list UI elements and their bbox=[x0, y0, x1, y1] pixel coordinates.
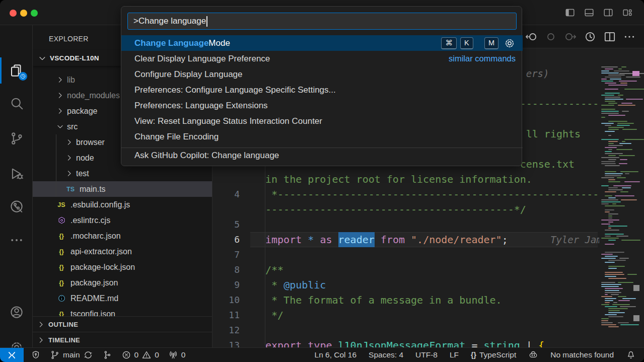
command-item-3[interactable]: Preferences: Configure Language Specific… bbox=[121, 82, 523, 98]
more-actions-icon[interactable] bbox=[623, 30, 636, 43]
minimap-bar bbox=[608, 181, 620, 182]
split-editor-icon[interactable] bbox=[603, 30, 616, 43]
minimap-bar bbox=[621, 103, 633, 104]
close-button[interactable] bbox=[10, 10, 17, 17]
minimap-bar bbox=[608, 266, 625, 267]
command-item-7[interactable]: Ask GitHub Copilot: Change language bbox=[121, 148, 523, 163]
tree-item--mocharc-json[interactable]: {}.mocharc.json bbox=[33, 228, 212, 244]
tree-item-test[interactable]: test bbox=[33, 166, 212, 181]
minimap-bar bbox=[608, 75, 625, 76]
file-label: README.md bbox=[70, 294, 118, 303]
command-item-0[interactable]: Change Language Mode⌘KM bbox=[121, 35, 523, 51]
minimap-bar bbox=[616, 149, 632, 150]
sync-icon bbox=[83, 350, 93, 360]
activity-item-run-and-debug[interactable] bbox=[0, 160, 33, 188]
tree-item--eslintrc-cjs[interactable]: .eslintrc.cjs bbox=[33, 212, 212, 228]
folder-label: package bbox=[67, 107, 98, 116]
minimap-bar bbox=[605, 256, 618, 257]
status-notifications[interactable] bbox=[624, 348, 638, 362]
activity-item-search[interactable] bbox=[0, 89, 33, 117]
code-token: { bbox=[538, 338, 544, 347]
customize-layout-icon[interactable] bbox=[622, 7, 633, 18]
tree-item-package-lock-json[interactable]: {}package-lock.json bbox=[33, 259, 212, 275]
file-label: tsconfig.json bbox=[70, 310, 115, 317]
configure-keybinding-icon[interactable] bbox=[504, 37, 516, 49]
code-line: *---------------------------------------… bbox=[265, 187, 599, 202]
activity-item-gitlens[interactable] bbox=[0, 192, 33, 221]
minimap-bar bbox=[608, 240, 616, 241]
command-item-1[interactable]: Clear Display Language Preferencesimilar… bbox=[121, 51, 523, 66]
tree-item-main-ts[interactable]: TSmain.ts bbox=[33, 181, 212, 197]
minimize-button[interactable] bbox=[20, 10, 27, 17]
status-language-mode[interactable]: {}TypeScript bbox=[469, 348, 518, 362]
folder-label: node bbox=[76, 154, 94, 163]
status-copilot[interactable] bbox=[526, 348, 540, 362]
remote-icon bbox=[7, 350, 17, 360]
minimap-bar bbox=[601, 73, 619, 74]
status-cursor-position[interactable]: Ln 6, Col 16 bbox=[313, 348, 359, 362]
activity-item-source-control[interactable] bbox=[0, 124, 33, 153]
navigate-forward-icon[interactable] bbox=[564, 30, 577, 43]
status-eol[interactable]: LF bbox=[448, 348, 461, 362]
command-palette-input[interactable]: >Change language bbox=[127, 13, 517, 30]
zoom-button[interactable] bbox=[31, 10, 38, 17]
status-label: UTF-8 bbox=[415, 350, 438, 359]
line-number: 10 bbox=[229, 293, 240, 308]
section-header-timeline[interactable]: TIMELINE bbox=[33, 332, 212, 347]
command-item-4[interactable]: Preferences: Language Extensions bbox=[121, 98, 523, 113]
minimap-bar bbox=[605, 99, 623, 100]
status-problems[interactable]: 00 bbox=[119, 348, 161, 362]
status-workspace-trust[interactable] bbox=[29, 348, 43, 362]
line-number: 13 bbox=[229, 338, 240, 347]
navigate-circle-icon[interactable] bbox=[544, 30, 557, 43]
tree-item-readme-md[interactable]: README.md bbox=[33, 291, 212, 306]
timeline-history-icon[interactable] bbox=[584, 30, 597, 43]
navigate-back-icon[interactable] bbox=[525, 30, 538, 43]
activity-item-accounts[interactable] bbox=[0, 298, 33, 326]
section-header-outline[interactable]: OUTLINE bbox=[33, 316, 212, 332]
minimap-bar bbox=[601, 105, 614, 106]
code-token: * The format of a message in a bundle. bbox=[265, 293, 502, 308]
status-encoding[interactable]: UTF-8 bbox=[413, 348, 440, 362]
minimap[interactable] bbox=[599, 48, 644, 347]
minimap-bar bbox=[605, 195, 612, 196]
minimap-bar bbox=[608, 85, 627, 86]
toggle-primary-sidebar-icon[interactable] bbox=[564, 7, 576, 18]
status-git-branch[interactable]: main bbox=[48, 348, 95, 362]
minimap-bar bbox=[608, 260, 626, 261]
minimap-bar bbox=[618, 296, 626, 297]
code-token: cense.txt bbox=[520, 157, 575, 172]
minimap-bar bbox=[601, 296, 612, 297]
minimap-bar bbox=[601, 286, 619, 287]
status-indentation[interactable]: Spaces: 4 bbox=[367, 348, 405, 362]
minimap-bar bbox=[605, 93, 620, 94]
tree-item-tsconfig-json[interactable]: {}tsconfig.json bbox=[33, 306, 212, 316]
selected-word: reader bbox=[338, 232, 375, 247]
minimap-bar bbox=[601, 123, 614, 124]
tree-item-api-extractor-json[interactable]: {}api-extractor.json bbox=[33, 244, 212, 259]
status-remote-indicator[interactable] bbox=[0, 348, 24, 362]
status-ports[interactable]: 0 bbox=[166, 348, 188, 362]
toggle-panel-icon[interactable] bbox=[584, 7, 595, 18]
tree-item-package-json[interactable]: {}package.json bbox=[33, 275, 212, 291]
command-item-6[interactable]: Change File Encoding bbox=[121, 129, 523, 144]
account-icon bbox=[9, 305, 24, 320]
tree-item--esbuild-config-js[interactable]: JS.esbuild.config.js bbox=[33, 197, 212, 212]
similar-commands-link[interactable]: similar commands bbox=[449, 54, 516, 63]
status-bar: main000 Ln 6, Col 16Spaces: 4UTF-8LF{}Ty… bbox=[0, 347, 644, 362]
minimap-bar bbox=[605, 314, 617, 315]
command-item-5[interactable]: View: Reset Language Status Interaction … bbox=[121, 113, 523, 129]
minimap-bar bbox=[608, 197, 616, 198]
status-match-status[interactable]: No matches found bbox=[548, 348, 616, 362]
minimap-bar bbox=[601, 111, 619, 112]
activity-item-explorer[interactable] bbox=[0, 56, 33, 85]
minimap-bar bbox=[625, 173, 629, 174]
chevron-right-icon bbox=[56, 107, 64, 115]
command-label-highlight: Change Language bbox=[134, 38, 208, 48]
minimap-bar bbox=[608, 326, 619, 327]
toggle-secondary-sidebar-icon[interactable] bbox=[603, 7, 614, 18]
activity-item-additional-views[interactable] bbox=[0, 226, 33, 254]
command-item-2[interactable]: Configure Display Language bbox=[121, 66, 523, 82]
status-source-control-graph[interactable] bbox=[100, 348, 114, 362]
minimap-bar bbox=[601, 199, 618, 200]
